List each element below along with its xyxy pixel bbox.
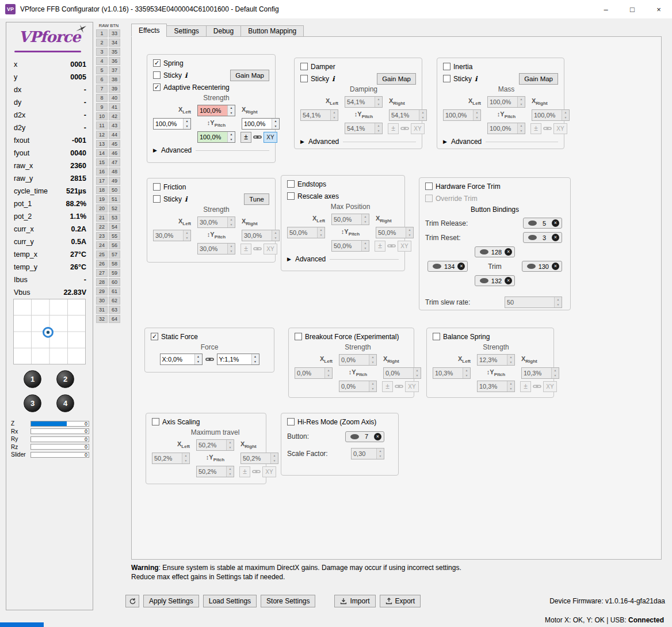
tab-debug[interactable]: Debug <box>206 25 241 37</box>
force-link-axes-button[interactable] <box>205 355 214 363</box>
friction-top-spinbox[interactable]: 30,0%▲▼ <box>197 216 235 228</box>
inertia-left-spinbox[interactable]: 100,0%▲▼ <box>443 109 481 121</box>
endstops-right-spinbox[interactable]: 50,0%▲▼ <box>376 227 414 238</box>
axis-scaling-checkbox[interactable] <box>152 418 159 425</box>
spin-up-arrow[interactable]: ▲ <box>414 368 421 373</box>
axis_scaling-left-spinbox[interactable]: 50,2%▲▼ <box>152 453 190 464</box>
spring-left-spinbox[interactable]: 100,0%▲▼ <box>153 118 191 130</box>
balance-top-spinbox[interactable]: 12,3%▲▼ <box>477 354 515 366</box>
spin-down-arrow[interactable]: ▼ <box>272 124 279 129</box>
endstops-bottom-spinbox[interactable]: 50,0%▲▼ <box>331 240 369 252</box>
spin-up-arrow[interactable]: ▲ <box>184 119 190 124</box>
apply-settings-button[interactable]: Apply Settings <box>143 595 199 607</box>
spin-up-arrow[interactable]: ▲ <box>369 381 376 386</box>
spin-down-arrow[interactable]: ▼ <box>184 124 190 129</box>
spin-up-arrow[interactable]: ▲ <box>362 214 369 219</box>
spin-down-arrow[interactable]: ▼ <box>419 115 426 120</box>
adaptive-recentering-checkbox[interactable] <box>153 83 161 91</box>
spin-up-arrow[interactable]: ▲ <box>562 110 569 115</box>
inertia-top-spinbox[interactable]: 100,0%▲▼ <box>487 96 525 108</box>
spin-up-arrow[interactable]: ▲ <box>228 105 235 111</box>
spin-up-arrow[interactable]: ▲ <box>331 110 338 115</box>
spin-up-arrow[interactable]: ▲ <box>227 466 234 472</box>
sticky-checkbox[interactable] <box>300 75 308 82</box>
load-settings-button[interactable]: Load Settings <box>203 595 257 607</box>
remove-binding-button[interactable]: × <box>505 277 512 284</box>
trim-down-chip[interactable]: 132× <box>475 275 515 286</box>
spin-up-arrow[interactable]: ▲ <box>507 355 514 360</box>
balance-left-spinbox[interactable]: 10,3%▲▼ <box>433 367 471 379</box>
minimize-button[interactable]: – <box>593 0 619 18</box>
spring-advanced-toggle[interactable]: ▶Advanced <box>153 146 269 154</box>
spin-down-arrow[interactable]: ▼ <box>195 359 202 364</box>
spin-down-arrow[interactable]: ▼ <box>228 111 235 116</box>
spin-down-arrow[interactable]: ▼ <box>362 246 369 251</box>
damper-bottom-spinbox[interactable]: 54,1%▲▼ <box>345 123 383 134</box>
spin-up-arrow[interactable]: ▲ <box>184 230 190 235</box>
static-force-checkbox[interactable] <box>151 333 158 340</box>
spin-down-arrow[interactable]: ▼ <box>252 359 259 364</box>
spin-down-arrow[interactable]: ▼ <box>227 472 234 477</box>
spin-down-arrow[interactable]: ▼ <box>518 128 525 134</box>
refresh-button[interactable] <box>125 595 139 607</box>
breakout-xy-button[interactable]: XY <box>405 381 419 392</box>
gain-map-button[interactable]: Gain Map <box>230 70 269 81</box>
friction-bottom-spinbox[interactable]: 30,0%▲▼ <box>197 243 235 254</box>
spin-up-arrow[interactable]: ▲ <box>518 97 525 102</box>
balance-right-spinbox[interactable]: 10,3%▲▼ <box>521 367 559 379</box>
sticky-checkbox[interactable] <box>153 195 161 203</box>
spring-link-axes-button[interactable] <box>253 133 262 141</box>
breakout-link-axes-button[interactable] <box>395 382 403 390</box>
spin-up-arrow[interactable]: ▲ <box>182 453 189 458</box>
spring-xy-button[interactable]: XY <box>264 132 277 143</box>
inertia-checkbox[interactable] <box>443 63 450 70</box>
trim-release-chip[interactable]: 5× <box>523 218 562 229</box>
inertia-bottom-spinbox[interactable]: 100,0%▲▼ <box>487 123 525 134</box>
spin-up-arrow[interactable]: ▲ <box>272 230 279 235</box>
friction-checkbox[interactable] <box>153 183 161 191</box>
force-y-spinbox[interactable]: Y:1,1%▲▼ <box>217 354 259 365</box>
damper-left-spinbox[interactable]: 54,1%▲▼ <box>300 109 338 121</box>
spin-up-arrow[interactable]: ▲ <box>474 110 480 115</box>
spin-up-arrow[interactable]: ▲ <box>362 241 369 246</box>
remove-binding-button[interactable]: × <box>552 263 559 270</box>
trim-reset-chip[interactable]: 3× <box>523 232 562 243</box>
endstops-xy-button[interactable]: XY <box>398 241 411 252</box>
breakout-force-experimental-checkbox[interactable] <box>295 333 302 340</box>
spin-up-arrow[interactable]: ▲ <box>325 368 332 373</box>
spin-up-arrow[interactable]: ▲ <box>228 244 235 249</box>
spin-up-arrow[interactable]: ▲ <box>369 355 376 360</box>
damper-xy-button[interactable]: XY <box>411 123 425 134</box>
spin-down-arrow[interactable]: ▼ <box>375 102 382 107</box>
force-x-spinbox[interactable]: X:0,0%▲▼ <box>160 354 203 365</box>
tab-button-mapping[interactable]: Button Mapping <box>240 25 304 37</box>
friction-right-spinbox[interactable]: 30,0%▲▼ <box>242 230 280 241</box>
tab-effects[interactable]: Effects <box>131 24 167 37</box>
friction-plus-minus-button[interactable]: ± <box>240 244 251 254</box>
close-button[interactable]: × <box>646 0 672 18</box>
spin-up-arrow[interactable]: ▲ <box>318 227 324 233</box>
spin-down-arrow[interactable]: ▼ <box>362 219 369 225</box>
endstops-link-axes-button[interactable] <box>387 242 396 250</box>
endstops-top-spinbox[interactable]: 50,0%▲▼ <box>331 214 369 225</box>
axis_scaling-xy-button[interactable]: XY <box>262 466 276 477</box>
tune-button[interactable]: Tune <box>244 193 269 205</box>
breakout-plus-minus-button[interactable]: ± <box>382 381 393 392</box>
spin-down-arrow[interactable]: ▼ <box>474 115 480 120</box>
balance-bottom-spinbox[interactable]: 10,3%▲▼ <box>477 381 515 392</box>
remove-binding-button[interactable]: × <box>505 248 512 256</box>
spring-top-spinbox[interactable]: 100,0%▲▼ <box>197 105 235 116</box>
tab-settings[interactable]: Settings <box>166 25 206 37</box>
spin-down-arrow[interactable]: ▼ <box>507 386 514 392</box>
spin-up-arrow[interactable]: ▲ <box>228 217 235 222</box>
inertia-plus-minus-button[interactable]: ± <box>530 123 541 134</box>
spin-up-arrow[interactable]: ▲ <box>555 297 562 302</box>
spin-down-arrow[interactable]: ▼ <box>507 360 514 365</box>
inertia-right-spinbox[interactable]: 100,0%▲▼ <box>532 109 570 121</box>
spin-down-arrow[interactable]: ▼ <box>228 249 235 254</box>
inertia-xy-button[interactable]: XY <box>553 123 567 134</box>
import-button[interactable]: Import <box>334 595 375 607</box>
gain-map-button[interactable]: Gain Map <box>377 73 416 85</box>
spin-up-arrow[interactable]: ▲ <box>227 440 234 445</box>
spin-up-arrow[interactable]: ▲ <box>377 449 384 454</box>
